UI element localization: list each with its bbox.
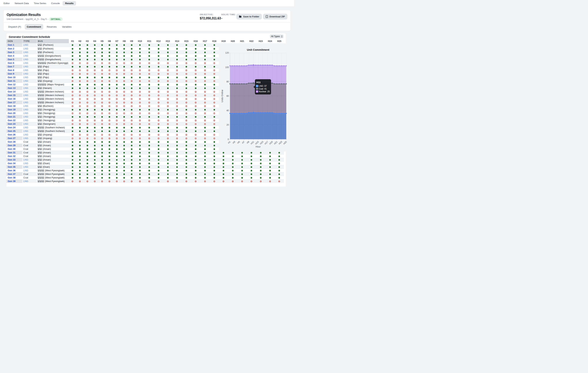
- svg-text:Units Online: Units Online: [221, 90, 223, 103]
- svg-text:Unit Commitment: Unit Commitment: [247, 48, 269, 51]
- svg-text:Coal: 41: Coal: 41: [259, 88, 267, 90]
- svg-text:H11: H11: [256, 81, 261, 84]
- svg-text:Hour: Hour: [256, 145, 261, 148]
- svg-text:0: 0: [228, 138, 229, 141]
- svg-text:LNG: 37: LNG: 37: [259, 85, 267, 87]
- svg-text:40: 40: [226, 109, 229, 112]
- svg-text:Nuclear: 25: Nuclear: 25: [259, 90, 270, 93]
- svg-text:100: 100: [225, 66, 229, 69]
- svg-text:60: 60: [226, 95, 229, 97]
- svg-text:80: 80: [226, 81, 229, 83]
- svg-text:20: 20: [226, 124, 229, 126]
- svg-text:120: 120: [225, 52, 229, 54]
